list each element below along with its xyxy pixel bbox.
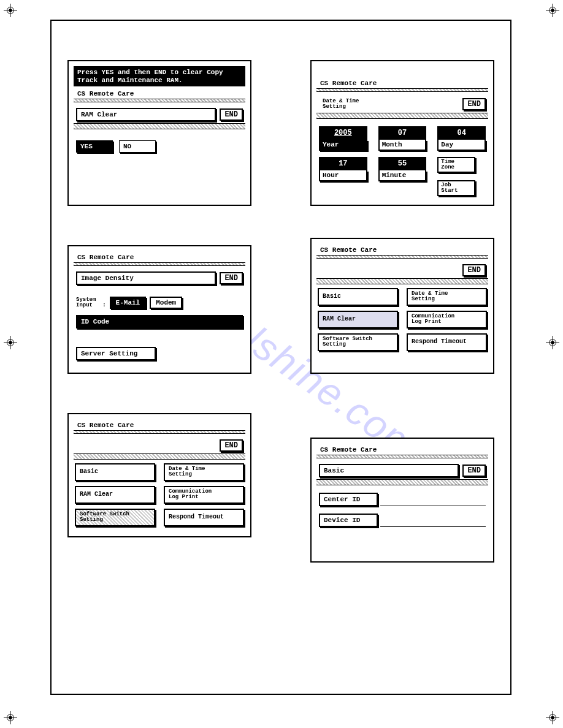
crop-mark-icon xyxy=(4,4,17,17)
subtitle-image-density: Image Density xyxy=(76,271,216,285)
day-value[interactable]: 04 xyxy=(437,126,486,140)
end-button[interactable]: END xyxy=(462,264,486,276)
respond-timeout-button[interactable]: Respond Timeout xyxy=(164,509,244,526)
crop-mark-icon xyxy=(546,4,559,17)
crop-mark-icon xyxy=(546,336,559,349)
divider xyxy=(316,255,488,259)
device-id-field[interactable] xyxy=(380,526,486,527)
communication-log-print-button[interactable]: Communication Log Print xyxy=(164,486,244,504)
subtitle-ram-clear: RAM Clear xyxy=(76,108,216,121)
svg-point-23 xyxy=(551,716,554,719)
hour-value[interactable]: 17 xyxy=(319,157,367,170)
end-button[interactable]: END xyxy=(220,108,243,121)
minute-value[interactable]: 55 xyxy=(378,157,427,170)
screen-menu-ramclear: CS Remote Care END Basic Date & Time Set… xyxy=(310,238,494,374)
ram-clear-button[interactable]: RAM Clear xyxy=(318,311,398,328)
screen-title: CS Remote Care xyxy=(74,251,245,262)
divider xyxy=(316,88,488,92)
screen-image-density: CS Remote Care Image Density END System … xyxy=(67,245,251,374)
crop-mark-icon xyxy=(4,336,17,349)
end-button[interactable]: END xyxy=(220,272,243,284)
screen-title: CS Remote Care xyxy=(316,444,488,455)
center-id-button[interactable]: Center ID xyxy=(319,493,378,506)
screen-title: CS Remote Care xyxy=(74,419,245,430)
divider xyxy=(74,453,245,460)
svg-point-19 xyxy=(9,716,12,719)
center-id-field[interactable] xyxy=(380,506,486,506)
screen-date-time: CS Remote Care Date & Time Setting END 2… xyxy=(310,60,494,206)
end-button[interactable]: END xyxy=(462,464,486,477)
email-option[interactable]: E-Mail xyxy=(110,297,147,309)
software-switch-setting-button[interactable]: Software Switch Setting xyxy=(75,509,155,526)
year-value[interactable]: 2005 xyxy=(319,126,367,140)
minute-label: Minute xyxy=(378,170,427,181)
end-button[interactable]: END xyxy=(462,98,486,110)
screen-title: CS Remote Care xyxy=(316,244,488,255)
subtitle-basic: Basic xyxy=(319,464,459,477)
subtitle-date-time: Date & Time Setting xyxy=(319,97,362,111)
communication-log-print-button[interactable]: Communication Log Print xyxy=(407,311,487,328)
divider xyxy=(74,430,245,434)
device-id-button[interactable]: Device ID xyxy=(319,514,378,527)
divider xyxy=(74,262,245,266)
svg-point-3 xyxy=(9,9,12,12)
ram-clear-button[interactable]: RAM Clear xyxy=(75,486,155,504)
hour-label: Hour xyxy=(319,170,367,181)
screen-menu-swswitch: CS Remote Care END Basic Date & Time Set… xyxy=(67,413,251,537)
software-switch-setting-button[interactable]: Software Switch Setting xyxy=(318,333,398,351)
basic-button[interactable]: Basic xyxy=(75,463,155,481)
system-input-label: System Input : xyxy=(76,297,106,308)
svg-point-11 xyxy=(9,341,12,344)
basic-button[interactable]: Basic xyxy=(318,288,398,306)
modem-option[interactable]: Modem xyxy=(150,297,182,309)
date-time-setting-button[interactable]: Date & Time Setting xyxy=(407,288,487,306)
end-button[interactable]: END xyxy=(220,439,243,452)
svg-point-15 xyxy=(551,341,554,344)
no-button[interactable]: NO xyxy=(119,140,156,153)
svg-point-7 xyxy=(551,9,554,12)
divider xyxy=(74,99,245,102)
screen-ram-clear-confirm: Press YES and then END to clear Copy Tra… xyxy=(67,60,251,206)
month-label: Month xyxy=(378,140,427,151)
date-time-setting-button[interactable]: Date & Time Setting xyxy=(164,463,244,481)
month-value[interactable]: 07 xyxy=(378,126,427,140)
divider xyxy=(316,479,488,485)
day-label: Day xyxy=(437,140,486,151)
job-start-button[interactable]: Job Start xyxy=(437,180,475,196)
server-setting-button[interactable]: Server Setting xyxy=(76,347,156,360)
screen-title: CS Remote Care xyxy=(316,77,488,88)
respond-timeout-button[interactable]: Respond Timeout xyxy=(407,333,487,351)
page-frame: manualshine.com Press YES and then END t… xyxy=(50,20,511,695)
divider xyxy=(316,113,488,119)
yes-button[interactable]: YES xyxy=(76,140,113,153)
time-zone-button[interactable]: Time Zone xyxy=(437,157,475,173)
instruction-text: Press YES and then END to clear Copy Tra… xyxy=(74,66,245,86)
crop-mark-icon xyxy=(4,711,17,724)
id-code-button[interactable]: ID Code xyxy=(76,315,243,328)
divider xyxy=(316,278,488,284)
crop-mark-icon xyxy=(546,711,559,724)
divider xyxy=(74,123,245,129)
screen-basic-ids: CS Remote Care Basic END Center ID Devic… xyxy=(310,438,494,563)
divider xyxy=(316,455,488,458)
year-label: Year xyxy=(319,140,367,151)
